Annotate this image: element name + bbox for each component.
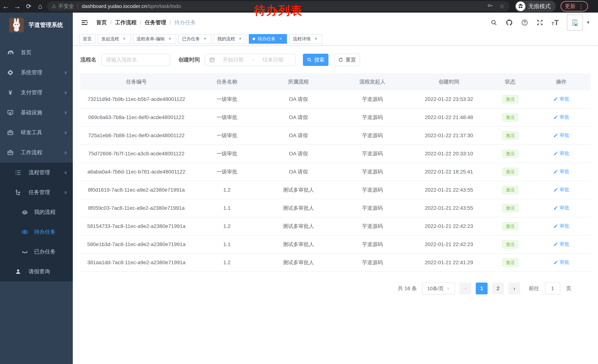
font-size-icon[interactable]: TT bbox=[551, 18, 559, 27]
tab-process-form-edit[interactable]: 流程表单-编辑 × bbox=[133, 34, 176, 44]
pagination: 共 16 条 10条/页 ∨ ‹ 1 2 › 前往 页 bbox=[80, 283, 590, 294]
approve-link[interactable]: 审批 bbox=[553, 114, 569, 120]
page-size-select[interactable]: 10条/页 ∨ bbox=[422, 283, 455, 294]
approve-link[interactable]: 审批 bbox=[553, 132, 569, 138]
approve-link[interactable]: 审批 bbox=[553, 168, 569, 175]
app-logo-row[interactable]: 芋道管理系统 bbox=[0, 13, 73, 32]
sidebar-item-devtools[interactable]: 研发工具 ∨ bbox=[0, 122, 73, 143]
sidebar-item-payment[interactable]: ¥ 支付管理 ∨ bbox=[0, 83, 73, 103]
task-id: a6aba0a4-7b6d-11ec-b781-acde48001122 bbox=[80, 169, 192, 175]
person-icon bbox=[15, 268, 22, 275]
header-search-icon[interactable] bbox=[490, 19, 498, 26]
sidebar-item-process-management[interactable]: 流程管理 ∨ bbox=[0, 162, 73, 182]
tab-home[interactable]: 首页 bbox=[79, 34, 95, 44]
breadcrumb-task-management[interactable]: 任务管理 bbox=[145, 19, 166, 26]
sidebar-item-infra[interactable]: 基础设施 ∨ bbox=[0, 103, 73, 122]
forward-icon[interactable]: → bbox=[11, 0, 23, 13]
tab-start-process[interactable]: 发起流程 × bbox=[98, 34, 131, 44]
flow-tree-icon bbox=[15, 189, 22, 195]
chevron-down-icon: ∨ bbox=[64, 90, 67, 95]
edit-pencil-icon bbox=[553, 115, 558, 120]
breadcrumb-workflow[interactable]: 工作流程 bbox=[115, 19, 137, 26]
task-name: 一级审批 bbox=[192, 150, 261, 157]
tasks-table: 任务编号 任务名称 所属流程 流程发起人 创建时间 状态 操作 73211d9d… bbox=[80, 73, 590, 272]
yen-icon: ¥ bbox=[7, 89, 14, 96]
task-starter: 芋道源码 bbox=[335, 259, 409, 266]
task-name: 1.1 bbox=[192, 205, 261, 211]
fullscreen-icon[interactable] bbox=[536, 19, 543, 26]
help-question-icon[interactable] bbox=[521, 19, 528, 26]
page-button-1[interactable]: 1 bbox=[476, 283, 488, 294]
sidebar-item-system[interactable]: 系统管理 ∨ bbox=[0, 63, 73, 83]
eye-closed-icon bbox=[21, 248, 29, 255]
browser-update-button[interactable]: 更新 ⋮ bbox=[561, 1, 588, 11]
briefcase-icon bbox=[7, 149, 14, 156]
approve-link[interactable]: 审批 bbox=[553, 205, 569, 211]
task-id: 725a1eb6-7b88-11ec-8ef0-acde48001122 bbox=[80, 133, 192, 138]
bookmark-star-icon[interactable]: ☆ bbox=[499, 3, 505, 10]
task-time: 2022-01-22 21:48:48 bbox=[409, 114, 489, 120]
sidebar-item-todo-tasks[interactable]: 待办任务 bbox=[0, 222, 73, 242]
close-icon[interactable]: × bbox=[122, 36, 127, 41]
search-button[interactable]: 搜索 bbox=[303, 54, 328, 66]
table-row: 8f0d1619-7ac8-11ec-a9e2-a2380e71991a 1.2… bbox=[80, 181, 590, 199]
sidebar-item-workflow[interactable]: 工作流程 ∧ bbox=[0, 143, 73, 162]
github-icon[interactable] bbox=[506, 19, 513, 26]
task-starter: 芋道源码 bbox=[335, 132, 409, 139]
close-icon[interactable]: × bbox=[278, 36, 283, 41]
approve-link[interactable]: 审批 bbox=[553, 186, 569, 193]
task-starter: 芋道源码 bbox=[335, 96, 409, 103]
reload-icon[interactable]: ⟳ bbox=[23, 0, 34, 13]
approve-link[interactable]: 审批 bbox=[553, 259, 569, 266]
approve-link[interactable]: 审批 bbox=[553, 223, 569, 229]
list-tree-icon bbox=[15, 170, 22, 176]
tab-my-process[interactable]: 我的流程 × bbox=[214, 34, 247, 44]
sidebar-item-task-management[interactable]: 任务管理 ∧ bbox=[0, 182, 73, 202]
approve-link[interactable]: 审批 bbox=[553, 241, 569, 247]
reset-button[interactable]: 重置 bbox=[334, 54, 360, 66]
tab-todo-tasks[interactable]: 待办任务 × bbox=[249, 34, 287, 44]
task-process: OA 请假 bbox=[261, 96, 335, 103]
dashboard-icon bbox=[7, 49, 14, 56]
edit-pencil-icon bbox=[553, 224, 558, 228]
edit-pencil-icon bbox=[553, 133, 558, 138]
sidebar-item-my-process[interactable]: 我的流程 bbox=[0, 202, 73, 222]
home-icon[interactable]: ⌂ bbox=[34, 0, 46, 13]
tab-done-tasks[interactable]: 已办任务 × bbox=[178, 34, 211, 44]
date-range-picker[interactable]: 开始日期 - 结束日期 bbox=[205, 54, 295, 66]
chevron-down-icon: ∨ bbox=[447, 286, 450, 291]
search-icon bbox=[307, 57, 312, 62]
close-icon[interactable]: × bbox=[313, 36, 318, 41]
goto-page-input[interactable] bbox=[545, 283, 560, 294]
next-page-button[interactable]: › bbox=[508, 283, 520, 294]
close-icon[interactable]: × bbox=[238, 36, 243, 41]
password-key-icon[interactable] bbox=[487, 3, 493, 10]
back-icon[interactable]: ← bbox=[0, 0, 11, 13]
approve-link[interactable]: 审批 bbox=[553, 150, 569, 157]
browser-menu-dots-icon[interactable]: ⋮ bbox=[578, 3, 584, 10]
app-header: 首页 / 工作流程 / 任务管理 / 待办任务 TT bbox=[73, 13, 598, 32]
tab-process-detail[interactable]: 流程详情 × bbox=[289, 34, 322, 44]
task-time: 2022-01-22 21:37:30 bbox=[409, 133, 489, 138]
close-icon[interactable]: × bbox=[167, 36, 173, 41]
process-name-input[interactable] bbox=[101, 54, 170, 66]
breadcrumb-home[interactable]: 首页 bbox=[96, 19, 107, 26]
task-starter: 芋道源码 bbox=[335, 186, 409, 194]
sidebar-item-leave-query[interactable]: 请假查询 bbox=[0, 262, 73, 281]
task-id: 75d72608-7b7f-11ec-a3c8-acde48001122 bbox=[80, 151, 192, 157]
close-icon[interactable]: × bbox=[202, 36, 208, 41]
avatar-caret-icon[interactable]: ▼ bbox=[586, 20, 590, 25]
sidebar-item-done-tasks[interactable]: 已办任务 bbox=[0, 242, 73, 262]
page-button-2[interactable]: 2 bbox=[492, 283, 504, 294]
prev-page-button[interactable]: ‹ bbox=[459, 283, 471, 294]
gear-icon bbox=[7, 69, 14, 76]
avatar[interactable] bbox=[567, 15, 583, 31]
sidebar-item-home[interactable]: 首页 bbox=[0, 43, 73, 63]
task-time: 2022-01-21 22:43:55 bbox=[409, 187, 489, 193]
sidebar-collapse-icon[interactable] bbox=[81, 19, 88, 26]
task-starter: 芋道源码 bbox=[335, 150, 409, 157]
status-badge: 激活 bbox=[502, 204, 518, 212]
chevron-down-icon: ∨ bbox=[64, 70, 67, 75]
edit-pencil-icon bbox=[553, 205, 558, 210]
approve-link[interactable]: 审批 bbox=[553, 96, 569, 102]
